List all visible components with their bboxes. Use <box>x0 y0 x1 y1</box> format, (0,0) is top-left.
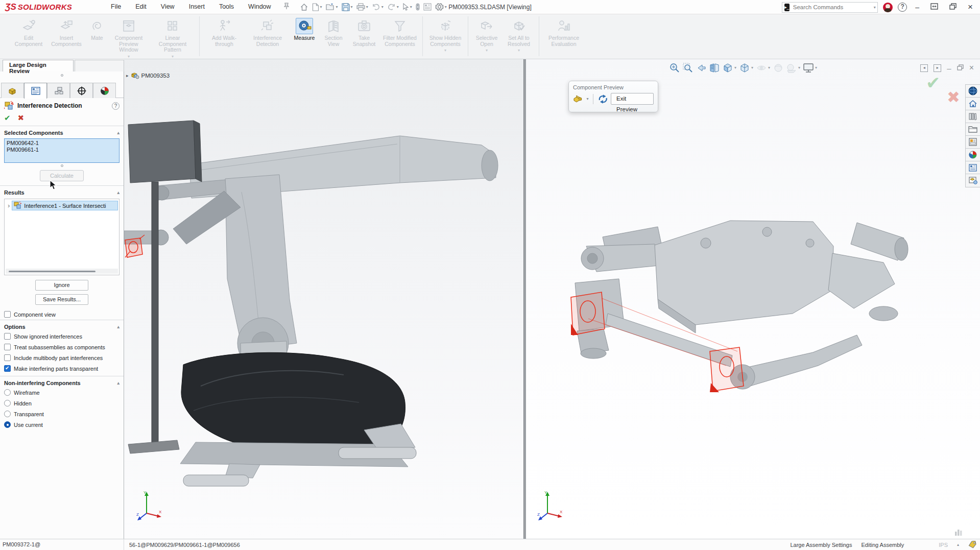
component-view-row[interactable]: Component view <box>0 309 124 320</box>
ribbon-button-take-snapshot[interactable]: Take Snapshot <box>348 16 380 47</box>
ribbon-button-component-preview-window[interactable]: Component Preview Window ▾ <box>108 16 149 59</box>
confirm-check-icon[interactable]: ✔ <box>926 73 941 93</box>
user-avatar[interactable] <box>883 3 893 12</box>
home-button[interactable] <box>299 2 309 12</box>
selected-components-header[interactable]: Selected Components ▴ <box>0 126 124 137</box>
performance-monitor-icon[interactable] <box>954 527 964 536</box>
apply-scene-icon[interactable] <box>785 61 798 74</box>
menu-file[interactable]: File <box>104 0 128 14</box>
calculate-button[interactable]: Calculate <box>40 170 84 181</box>
ribbon-button-show-hidden-components[interactable]: Show Hidden Components ▾ <box>426 16 465 53</box>
menu-insert[interactable]: Insert <box>182 0 212 14</box>
result-item-selected[interactable]: Interference1 - Surface Intersecti <box>12 201 118 210</box>
ribbon-button-insert-components[interactable]: Insert Components <box>47 16 86 47</box>
file-explorer-icon[interactable] <box>966 123 980 136</box>
pane-collapse-right-button[interactable]: ▸ <box>934 64 941 72</box>
section-view-icon[interactable] <box>708 61 721 74</box>
menu-window[interactable]: Window <box>241 0 278 14</box>
list-item[interactable]: PM009642-1 <box>7 140 117 147</box>
tab-dim-xpert[interactable] <box>70 83 93 98</box>
3dexperience-icon[interactable] <box>966 85 980 98</box>
dropdown-icon[interactable]: ▾ <box>587 97 589 101</box>
save-results-button[interactable]: Save Results... <box>35 294 88 305</box>
hide-show-items-icon[interactable] <box>755 61 768 74</box>
solidworks-add-ins-icon[interactable] <box>966 174 980 187</box>
search-input[interactable] <box>792 4 873 11</box>
print-button[interactable]: ▾ <box>355 2 369 12</box>
part-icon[interactable] <box>573 94 583 103</box>
expander-icon[interactable]: › <box>8 203 10 208</box>
ribbon-button-section-view[interactable]: Section View <box>319 16 348 47</box>
ribbon-button-set-all-to-resolved[interactable]: Set All to Resolved ▾ <box>502 16 536 53</box>
ribbon-button-measure[interactable]: Measure <box>290 16 319 41</box>
status-large-assembly-settings[interactable]: Large Assembly Settings <box>790 542 852 548</box>
edit-appearance-icon[interactable] <box>772 61 784 74</box>
view-orientation-icon[interactable] <box>721 61 734 74</box>
tab-property-manager[interactable] <box>24 83 47 99</box>
use-current-radio[interactable] <box>4 421 11 428</box>
list-resize-handle[interactable] <box>61 164 63 167</box>
show-ignored-interferences-checkbox[interactable] <box>4 333 11 340</box>
tab-feature-manager[interactable] <box>1 83 24 98</box>
pin-menu-icon[interactable] <box>283 3 290 11</box>
exit-preview-button[interactable]: Exit Preview <box>611 93 654 105</box>
new-document-button[interactable]: ▾ <box>311 2 323 12</box>
results-list[interactable]: › Interference1 - Surface Intersecti <box>4 199 119 275</box>
treat-subassemblies-checkbox[interactable] <box>4 344 11 350</box>
options-list-icon[interactable] <box>422 2 433 12</box>
settings-gear-button[interactable]: ▾ <box>434 2 448 12</box>
collapse-icon[interactable]: ▴ <box>117 380 119 386</box>
dropdown-icon[interactable]: ▾ <box>444 48 446 53</box>
close-window-button[interactable]: × <box>965 2 976 12</box>
restore-window-button[interactable] <box>946 3 960 11</box>
ribbon-button-interference-detection[interactable]: Interference Detection <box>246 16 290 47</box>
radio-row[interactable]: Use current <box>0 419 124 430</box>
cancel-x-icon[interactable]: ✖ <box>947 88 960 107</box>
dropdown-icon[interactable]: ▾ <box>768 65 770 70</box>
synchronize-preview-icon[interactable] <box>597 94 609 104</box>
radio-row[interactable]: Wireframe <box>0 387 124 398</box>
minimize-window-button[interactable]: – <box>912 3 922 11</box>
option-row[interactable]: Include multibody part interferences <box>0 352 124 363</box>
open-document-button[interactable]: ▾ <box>325 2 339 12</box>
ribbon-button-selective-open[interactable]: Selective Open ▾ <box>471 16 502 53</box>
panel-help-icon[interactable]: ? <box>112 102 119 110</box>
view-palette-icon[interactable] <box>966 136 980 149</box>
previous-view-icon[interactable] <box>695 61 707 74</box>
tab-large-design-review[interactable]: Large Design Review <box>3 60 74 71</box>
cancel-button[interactable]: ✖ <box>18 113 25 123</box>
zoom-to-area-icon[interactable] <box>681 61 694 74</box>
breadcrumb[interactable]: ▸ PM009353 <box>126 71 170 79</box>
result-row[interactable]: › Interference1 - Surface Intersecti <box>5 199 119 211</box>
options-header[interactable]: Options ▴ <box>0 320 124 331</box>
component-preview-viewport[interactable]: ▾ ▾ ▾ ▾ ▾ ◂ ▸ – × ✔ ✖ Component Preview <box>526 59 980 539</box>
option-row[interactable]: Show ignored interferences <box>0 331 124 342</box>
include-multibody-checkbox[interactable] <box>4 354 11 361</box>
ribbon-button-performance-evaluation[interactable]: Performance Evaluation <box>542 16 585 47</box>
help-icon[interactable]: ? <box>898 3 907 12</box>
dropdown-icon[interactable]: ▾ <box>128 54 130 59</box>
custom-properties-icon[interactable] <box>966 161 980 174</box>
wireframe-radio[interactable] <box>4 389 11 396</box>
search-commands-box[interactable]: ▸_ ▾ <box>782 2 878 13</box>
magnet-tool-icon[interactable] <box>415 2 421 12</box>
ribbon-button-add-walkthrough[interactable]: Add Walk-through <box>203 16 246 47</box>
ribbon-button-filter-modified-components[interactable]: Filter Modified Components <box>380 16 419 47</box>
horizontal-scrollbar[interactable] <box>6 269 118 274</box>
ribbon-button-edit-component[interactable]: Edit Component <box>10 16 47 47</box>
menu-tools[interactable]: Tools <box>212 0 241 14</box>
tab-stub[interactable] <box>75 60 124 71</box>
resize-window-button[interactable] <box>927 3 941 11</box>
radio-row[interactable]: Transparent <box>0 409 124 419</box>
design-library-icon[interactable] <box>966 110 980 123</box>
dropdown-icon[interactable]: ▾ <box>734 65 736 70</box>
make-transparent-checkbox[interactable] <box>4 365 11 372</box>
ribbon-button-mate[interactable]: Mate <box>86 16 108 41</box>
option-row[interactable]: Make interfering parts transparent <box>0 363 124 374</box>
pane-collapse-left-button[interactable]: ◂ <box>920 64 928 72</box>
menu-edit[interactable]: Edit <box>128 0 154 14</box>
ignore-button[interactable]: Ignore <box>35 280 88 291</box>
dropdown-icon[interactable]: ▾ <box>518 48 520 53</box>
transparent-radio[interactable] <box>4 411 11 417</box>
select-tool-button[interactable]: ▾ <box>401 2 413 12</box>
